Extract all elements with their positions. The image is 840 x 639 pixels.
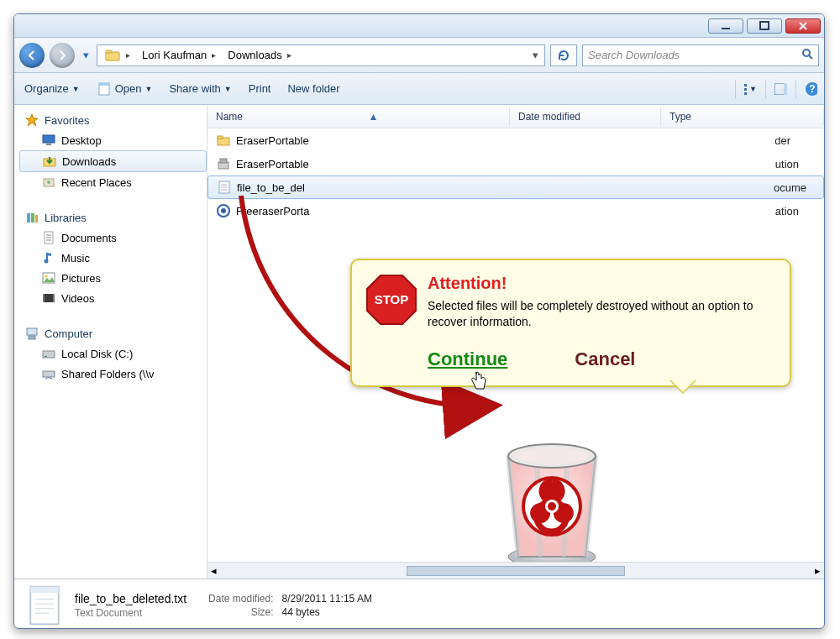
- search-icon: [801, 48, 813, 62]
- svg-rect-25: [31, 213, 34, 223]
- recent-places-icon: [41, 175, 56, 190]
- cancel-button[interactable]: Cancel: [575, 348, 635, 370]
- continue-button[interactable]: Continue: [428, 348, 507, 370]
- documents-icon: [41, 230, 56, 245]
- column-header-date-modified[interactable]: Date modified: [510, 107, 661, 126]
- column-header-type[interactable]: Type: [661, 107, 824, 126]
- svg-rect-0: [722, 28, 730, 29]
- sidebar-item-pictures[interactable]: Pictures: [19, 268, 207, 288]
- sidebar-favorites-header[interactable]: Favorites: [19, 110, 207, 130]
- share-with-button[interactable]: Share with▼: [165, 79, 234, 98]
- downloads-folder-icon: [42, 154, 57, 169]
- svg-point-51: [221, 208, 226, 213]
- sort-asc-icon: ▲: [369, 111, 379, 123]
- desktop-icon: [41, 133, 56, 148]
- details-filetype: Text Document: [75, 607, 186, 619]
- sidebar-item-downloads[interactable]: Downloads: [19, 150, 207, 172]
- maximize-button[interactable]: [747, 18, 782, 34]
- organize-button[interactable]: Organize▼: [21, 79, 83, 98]
- chevron-right-icon: ▸: [286, 50, 293, 60]
- svg-point-58: [548, 502, 556, 511]
- history-dropdown[interactable]: ▾: [80, 49, 92, 61]
- scroll-right-icon[interactable]: ▸: [815, 564, 821, 577]
- svg-rect-9: [744, 88, 747, 91]
- svg-point-33: [45, 275, 48, 278]
- address-bar[interactable]: ▸ Lori Kaufman ▸ Downloads ▸ ▾: [97, 45, 545, 66]
- search-placeholder: Search Downloads: [588, 49, 680, 61]
- folder-icon: [216, 133, 231, 148]
- forward-button[interactable]: [50, 43, 75, 68]
- breadcrumb-user[interactable]: Lori Kaufman ▸: [137, 45, 223, 65]
- address-dropdown[interactable]: ▾: [528, 49, 543, 61]
- search-input[interactable]: Search Downloads: [582, 45, 819, 66]
- network-drive-icon: [41, 366, 56, 381]
- sidebar-item-local-disk[interactable]: Local Disk (C:): [19, 343, 207, 364]
- open-button[interactable]: Open▼: [93, 78, 156, 100]
- svg-line-5: [809, 55, 812, 59]
- toolbar: Organize▼ Open▼ Share with▼ Print New fo…: [14, 73, 824, 105]
- application-icon: [216, 203, 231, 218]
- svg-rect-43: [218, 136, 223, 139]
- refresh-icon: [557, 49, 570, 62]
- svg-point-54: [515, 448, 589, 464]
- horizontal-scrollbar[interactable]: ◂ ▸: [207, 562, 824, 579]
- svg-rect-15: [784, 83, 787, 95]
- svg-point-53: [508, 444, 596, 468]
- pictures-icon: [41, 270, 56, 285]
- svg-rect-7: [99, 83, 109, 86]
- refresh-button[interactable]: [550, 45, 577, 66]
- file-row[interactable]: FreeraserPorta ation: [207, 199, 824, 223]
- svg-rect-62: [30, 587, 58, 593]
- file-rows: EraserPortable der EraserPortable ution: [207, 128, 824, 562]
- minimize-icon: [721, 21, 731, 31]
- sidebar-item-desktop[interactable]: Desktop: [19, 130, 207, 150]
- svg-rect-1: [760, 22, 769, 29]
- local-disk-icon: [41, 346, 56, 361]
- dialog-title: Attention!: [428, 274, 773, 293]
- close-icon: [798, 21, 808, 31]
- sidebar-item-music[interactable]: Music: [19, 248, 207, 268]
- star-icon: [24, 113, 39, 128]
- column-header-name[interactable]: Name ▲: [207, 107, 510, 126]
- sidebar-libraries-header[interactable]: Libraries: [19, 207, 207, 228]
- svg-rect-37: [27, 328, 37, 335]
- svg-point-4: [803, 50, 810, 56]
- libraries-icon: [24, 210, 39, 225]
- scroll-left-icon[interactable]: ◂: [211, 564, 217, 577]
- svg-rect-20: [46, 144, 51, 145]
- sidebar-item-documents[interactable]: Documents: [19, 228, 207, 248]
- svg-rect-8: [744, 84, 747, 86]
- computer-icon: [24, 326, 39, 341]
- svg-rect-26: [35, 215, 38, 223]
- new-folder-button[interactable]: New folder: [284, 79, 343, 98]
- scrollbar-thumb[interactable]: [407, 566, 625, 576]
- file-row-selected[interactable]: file_to_be_del ocume: [207, 175, 824, 199]
- installer-icon: [216, 156, 231, 171]
- details-filename: file_to_be_deleted.txt: [75, 592, 186, 605]
- svg-point-55: [523, 478, 580, 535]
- file-row[interactable]: EraserPortable ution: [207, 152, 824, 175]
- sidebar-computer-header[interactable]: Computer: [19, 323, 207, 343]
- dialog-message: Selected files will be completely destro…: [428, 298, 773, 330]
- svg-rect-36: [53, 294, 55, 302]
- titlebar: [14, 14, 824, 38]
- confirm-dialog: STOP Attention! Selected files will be c…: [350, 259, 791, 387]
- minimize-button[interactable]: [708, 18, 743, 34]
- help-button[interactable]: ?: [795, 80, 817, 98]
- print-button[interactable]: Print: [245, 79, 275, 98]
- preview-pane-button[interactable]: [765, 80, 787, 98]
- details-date-label: Date modified:: [208, 593, 273, 605]
- body: Favorites Desktop Downloads Recent Place…: [14, 105, 824, 579]
- view-options-button[interactable]: ▼: [735, 80, 757, 98]
- file-list-pane: Name ▲ Date modified Type EraserPortable…: [207, 105, 824, 579]
- back-button[interactable]: [19, 43, 45, 68]
- breadcrumb-folder[interactable]: Downloads ▸: [223, 45, 297, 65]
- file-row[interactable]: EraserPortable der: [207, 128, 824, 152]
- close-button[interactable]: [785, 18, 821, 34]
- maximize-icon: [759, 21, 769, 31]
- sidebar-item-recent-places[interactable]: Recent Places: [19, 172, 207, 192]
- preview-pane-icon: [774, 83, 787, 95]
- sidebar-item-shared-folders[interactable]: Shared Folders (\\v: [19, 364, 207, 384]
- svg-rect-3: [106, 50, 112, 53]
- sidebar-item-videos[interactable]: Videos: [19, 288, 207, 308]
